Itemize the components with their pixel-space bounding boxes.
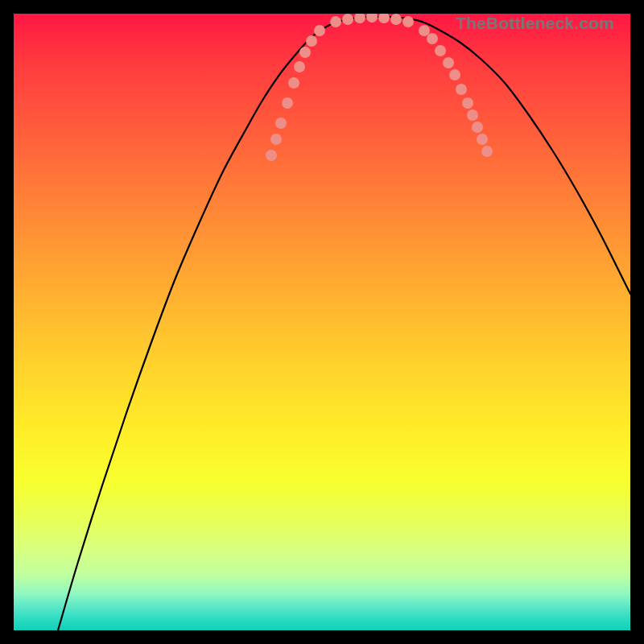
data-dot [342, 14, 353, 25]
data-dot [378, 14, 390, 23]
bottleneck-curve [58, 17, 630, 630]
data-dot [443, 57, 454, 68]
data-dot [330, 16, 341, 27]
data-dot [299, 47, 311, 58]
data-dot [456, 84, 467, 95]
data-dot [449, 69, 460, 80]
data-dot [366, 14, 378, 23]
data-dot [306, 35, 317, 47]
data-dot [477, 134, 488, 145]
data-dot [419, 25, 430, 36]
data-dot [294, 61, 305, 72]
data-dot [314, 25, 325, 36]
data-dot [270, 134, 282, 145]
data-dot [288, 77, 299, 89]
dots-right-marks [419, 25, 493, 157]
data-dot [402, 16, 414, 27]
data-dot [481, 146, 493, 157]
plot-area: TheBottleneck.com [14, 14, 630, 630]
data-dot [275, 118, 287, 129]
chart-svg [14, 14, 630, 630]
data-dot [472, 122, 483, 133]
dots-left-marks [266, 25, 325, 161]
data-dot [427, 33, 438, 44]
data-dot [390, 14, 402, 25]
data-dot [435, 45, 446, 56]
data-dot [467, 109, 478, 121]
data-dot [266, 150, 277, 161]
chart-frame: TheBottleneck.com [0, 0, 644, 644]
data-dot [282, 97, 293, 109]
dots-bottom-marks [330, 14, 414, 27]
data-dot [354, 14, 365, 23]
data-dot [462, 97, 473, 109]
